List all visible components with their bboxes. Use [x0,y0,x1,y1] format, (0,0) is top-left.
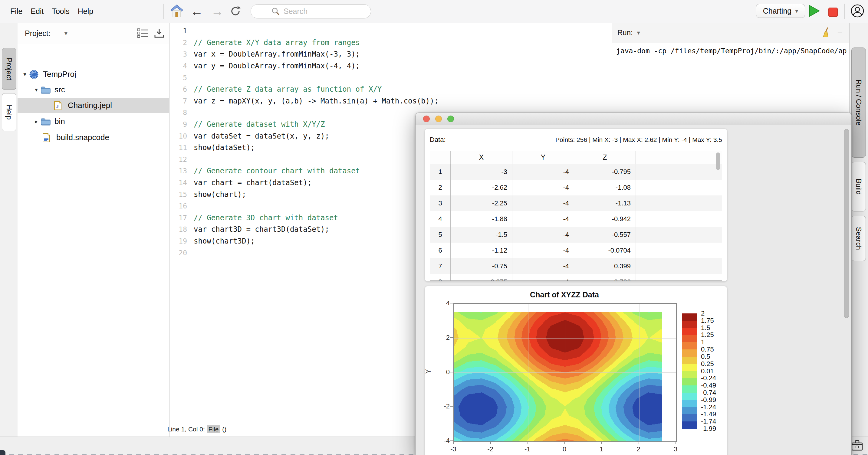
table-cell: -1.5 [451,227,513,242]
table-row[interactable]: 5-1.5-4-0.557 [430,227,722,242]
tree-item-tempproj[interactable]: ▾TempProj [18,67,169,82]
colorbar-label: -0.24 [701,374,716,382]
zoom-button[interactable] [447,116,454,122]
table-scrollbar[interactable] [716,153,720,170]
forward-button[interactable]: → [211,0,224,23]
colorbar-label: -1.74 [701,418,716,425]
close-button[interactable] [423,116,430,122]
table-row[interactable]: 7-0.75-40.399 [430,258,722,274]
code-comment: // Generate dataset with X/Y/Z [194,120,325,129]
sidebar-tab-help[interactable]: Help [2,93,17,131]
tree-options-icon[interactable] [137,28,149,39]
project-header-label: Project: [25,29,51,38]
x-tick-label: 2 [629,445,648,453]
table-row[interactable]: 2-2.62-4-1.08 [430,180,722,195]
line-number: 15 [169,191,187,198]
colorbar-label: 0.01 [701,367,714,375]
table-cell [636,258,721,274]
row-number-cell: 5 [430,227,451,242]
search-input[interactable] [251,4,371,19]
table-cell: -4 [513,180,574,195]
line-number: 4 [169,62,187,70]
chevron-down-icon[interactable]: ▾ [33,86,40,93]
table-row[interactable]: 1-3-4-0.795 [430,164,722,180]
account-button[interactable] [850,0,865,23]
right-tab-run-console[interactable]: Run / Console [851,47,866,158]
chevron-down-icon[interactable]: ▾ [64,30,67,36]
table-cell [636,242,721,258]
stop-button[interactable] [828,7,838,17]
chevron-right-icon[interactable]: ▸ [33,118,40,125]
minimize-button[interactable] [435,116,442,122]
table-row[interactable]: 3-2.25-4-1.13 [430,195,722,211]
gridline-horizontal [454,407,676,408]
project-tree: ▾TempProj▾srcJCharting.jepl▸binbuild.sna… [18,44,169,436]
dock-corner [0,450,5,455]
colorbar-label: 1.75 [701,317,714,325]
line-number: 14 [169,179,187,187]
sidebar-tab-project[interactable]: Project [2,48,17,90]
y-tick-label: 4 [428,299,450,307]
column-header-empty[interactable] [636,151,721,164]
table-row[interactable]: 4-1.88-4-0.942 [430,211,722,227]
tree-item-charting-jepl[interactable]: JCharting.jepl [18,98,169,113]
table-row[interactable]: 8-0.375-40.736 [430,274,722,281]
colorbar-band [682,407,697,415]
refresh-button[interactable] [229,0,242,23]
toolbox-icon[interactable] [851,438,863,454]
colorbar-band [682,321,697,328]
menu-file[interactable]: File [10,7,22,16]
colorbar-label: -0.99 [701,396,716,404]
right-tab-build[interactable]: Build [851,162,866,212]
column-header-z[interactable]: Z [574,151,636,164]
y-tick-label: -2 [428,402,450,411]
back-button[interactable]: ← [190,0,204,23]
folder-icon [40,118,51,126]
colorbar-band [682,400,697,407]
menu-tools[interactable]: Tools [52,7,69,16]
window-titlebar[interactable] [415,113,851,125]
menu-edit[interactable]: Edit [31,7,43,16]
line-number: 10 [169,132,187,140]
colorbar-label: 1.25 [701,331,714,339]
x-tick [564,442,565,444]
clear-console-icon[interactable] [822,27,831,39]
window-scrollbar[interactable] [844,129,849,318]
column-header-x[interactable]: X [451,151,513,164]
line-number: 12 [169,156,187,163]
colorbar-label: -0.49 [701,382,716,389]
right-rail: Run / ConsoleBuildSearch [849,23,868,436]
gridline-horizontal [454,338,676,338]
menu-help[interactable]: Help [78,7,93,16]
chevron-down-icon[interactable]: ▾ [21,71,28,78]
right-tab-search[interactable]: Search [851,216,866,261]
column-header-y[interactable]: Y [513,151,574,164]
run-button[interactable] [808,0,821,23]
download-icon[interactable] [154,28,165,40]
tree-item-label: bin [55,117,65,126]
tree-item-build-snapcode[interactable]: build.snapcode [18,130,169,145]
result-window[interactable]: Data: Points: 256 | Min X: -3 | Max X: 2… [415,112,851,455]
toolbar-divider [844,4,845,19]
line-number: 18 [169,225,187,233]
colorbar-band [682,357,697,364]
table-cell [636,180,721,195]
row-number-header[interactable] [430,151,451,164]
tree-item-bin[interactable]: ▸bin [18,114,169,129]
home-button[interactable] [169,0,184,23]
run-header-label: Run: [617,28,633,37]
tree-item-src[interactable]: ▾src [18,82,169,97]
minimize-panel-button[interactable]: − [837,27,843,37]
chevron-down-icon[interactable]: ▾ [637,30,640,36]
data-table[interactable]: XYZ1-3-4-0.7952-2.62-4-1.083-2.25-4-1.13… [430,151,722,281]
run-config-select[interactable]: Charting ▾ [756,4,805,18]
project-panel-header: Project: ▾ + [18,23,169,44]
sidebar-tab-label: Project [5,58,13,80]
table-cell [636,211,721,227]
forward-arrow-icon: → [211,5,224,18]
colorbar [682,314,697,429]
table-row[interactable]: 6-1.12-4-0.0704 [430,242,722,258]
code-text: show(dataSet); [194,143,255,152]
code-line-5: 5 [169,72,611,84]
right-tab-label: Search [855,227,863,250]
